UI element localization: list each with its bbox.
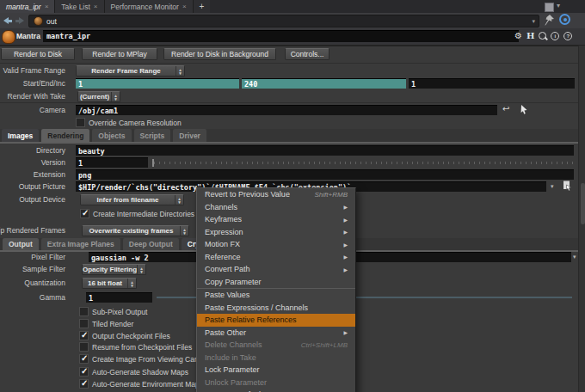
back-arrow-icon[interactable] xyxy=(3,17,12,24)
extension-field[interactable]: png xyxy=(76,169,574,180)
dropdown-spinner-icon: ▴▾ xyxy=(111,92,120,101)
create-image-from-viewing-camera-checkbox[interactable]: ✓ xyxy=(79,354,89,364)
frame-start-field[interactable]: 1 xyxy=(76,78,239,89)
sample-filter-dropdown[interactable]: Opacity Filtering ▴▾ xyxy=(82,264,146,275)
radial-menu-icon[interactable] xyxy=(559,14,570,25)
jump-to-operator-icon[interactable]: ↩ xyxy=(502,104,509,114)
menu-item-paste-values[interactable]: Paste Values xyxy=(197,289,355,302)
gamma-label: Gamma xyxy=(40,292,65,303)
shortcut-label: Ctrl+Shift+LMB xyxy=(301,341,348,349)
subtab-deep-output[interactable]: Deep Output xyxy=(123,238,179,250)
controls-button[interactable]: Controls... xyxy=(285,48,329,60)
camera-field[interactable]: /obj/cam1 xyxy=(76,105,497,115)
help-icon[interactable]: ? xyxy=(563,32,572,40)
render-to-disk-background-button[interactable]: Render to Disk in Background xyxy=(163,48,276,60)
submenu-arrow-icon: ▶ xyxy=(343,217,348,223)
subtab-output[interactable]: Output xyxy=(3,238,39,250)
dropdown-spinner-icon: ▴▾ xyxy=(137,265,145,274)
camera-label: Camera xyxy=(40,105,65,115)
parameter-context-menu: Revert to Previous Value Shift+RMB Chann… xyxy=(196,187,356,392)
tab-objects[interactable]: Objects xyxy=(92,129,131,142)
subtab-extra-image-planes[interactable]: Extra Image Planes xyxy=(41,238,120,250)
separator xyxy=(0,63,578,64)
menu-item-paste-relative-references[interactable]: Paste Relative References xyxy=(197,314,355,327)
tab-driver[interactable]: Driver xyxy=(173,129,206,142)
vertical-scrollbar[interactable] xyxy=(578,46,585,392)
output-picture-menu-caret-icon[interactable]: ▾ xyxy=(551,181,554,192)
menu-item-motion-fx[interactable]: Motion FX ▶ xyxy=(197,238,355,251)
frame-end-field[interactable]: 240 xyxy=(242,78,406,89)
path-dropdown-caret-icon[interactable]: ▾ xyxy=(532,18,535,25)
scrollbar-thumb[interactable] xyxy=(581,183,585,224)
create-intermediate-directories-checkbox[interactable]: ✓ xyxy=(80,209,89,218)
houdini-help-icon[interactable]: H xyxy=(526,31,534,40)
close-icon[interactable]: × xyxy=(182,3,187,10)
sub-pixel-output-checkbox[interactable]: ✓ xyxy=(79,307,89,316)
header-icon-row: ⚙ H i ? xyxy=(514,31,572,40)
submenu-arrow-icon: ▶ xyxy=(343,254,348,260)
quantization-dropdown[interactable]: 16 bit float ▴▾ xyxy=(82,278,137,289)
tab-images[interactable]: Images xyxy=(2,129,39,142)
tab-rendering[interactable]: Rendering xyxy=(41,129,89,142)
node-name-field[interactable]: mantra_ipr xyxy=(43,30,519,42)
close-icon[interactable]: × xyxy=(94,3,98,10)
render-to-mplay-button[interactable]: Render to MPlay xyxy=(82,48,157,60)
new-pane-tab-button[interactable]: + xyxy=(194,0,211,13)
menu-item-convert-path[interactable]: Convert Path ▶ xyxy=(197,263,355,276)
submenu-arrow-icon: ▶ xyxy=(343,204,348,210)
output-device-label: Output Device xyxy=(19,194,65,205)
auto-generate-shadow-maps-checkbox[interactable]: ✓ xyxy=(79,367,89,377)
output-checkpoint-files-checkbox[interactable]: ✓ xyxy=(79,331,89,340)
directory-field[interactable]: beauty xyxy=(76,145,574,156)
version-slider-handle[interactable] xyxy=(152,159,154,167)
gamma-field[interactable]: 1 xyxy=(86,292,152,303)
valid-frame-range-dropdown[interactable]: Render Frame Range ▴▾ xyxy=(76,65,185,77)
menu-item-revert-to-previous-value[interactable]: Revert to Previous Value Shift+RMB xyxy=(197,188,355,201)
pin-icon[interactable] xyxy=(544,15,554,26)
version-field[interactable]: 1 xyxy=(76,157,148,168)
tiled-render-label: Tiled Render xyxy=(92,320,133,328)
auto-generate-environment-maps-checkbox[interactable]: ✓ xyxy=(79,379,89,389)
pane-tab-mantra-ipr[interactable]: mantra_ipr × xyxy=(0,0,55,13)
render-with-take-dropdown[interactable]: (Current) ▴▾ xyxy=(77,91,120,102)
mantra-node-icon xyxy=(2,30,15,44)
tab-scripts[interactable]: Scripts xyxy=(134,129,171,142)
network-path: out xyxy=(46,17,57,26)
version-slider[interactable] xyxy=(154,162,574,164)
info-icon[interactable]: i xyxy=(551,32,559,40)
dropdown-spinner-icon: ▴▾ xyxy=(175,195,183,205)
close-icon[interactable]: × xyxy=(45,3,49,10)
menu-item-expression[interactable]: Expression ▶ xyxy=(197,226,355,239)
menu-item-channels[interactable]: Channels ▶ xyxy=(197,201,355,214)
valid-frame-range-label: Valid Frame Range xyxy=(3,65,65,77)
search-icon[interactable] xyxy=(539,32,546,40)
menu-item-unlock-parameter[interactable]: Unlock Parameter xyxy=(197,377,355,389)
menu-item-delete-channels[interactable]: Delete Channels Ctrl+Shift+LMB xyxy=(197,339,355,352)
menu-item-revert-to-defaults[interactable]: Revert to Defaults Ctrl+MMB xyxy=(197,389,355,392)
menu-item-include-in-take[interactable]: Include in Take xyxy=(197,352,355,364)
network-path-field[interactable]: out ▾ xyxy=(28,15,539,28)
gear-icon[interactable]: ⚙ xyxy=(514,32,522,40)
menu-item-paste-other[interactable]: Paste Other ▶ xyxy=(197,327,355,340)
select-operator-icon[interactable] xyxy=(518,104,529,115)
pane-menu-caret-icon[interactable]: ▾ xyxy=(557,2,560,9)
pixel-filter-menu-caret-icon[interactable]: ▾ xyxy=(573,252,576,262)
menu-item-paste-expressions-channels[interactable]: Paste Expressions / Channels xyxy=(197,302,355,315)
menu-item-copy-parameter[interactable]: Copy Parameter xyxy=(197,276,355,289)
menu-item-lock-parameter[interactable]: Lock Parameter xyxy=(197,364,355,377)
render-to-disk-button[interactable]: Render to Disk xyxy=(1,48,75,60)
pane-tab-take-list[interactable]: Take List × xyxy=(55,0,104,13)
maximize-pane-icon[interactable] xyxy=(545,3,554,12)
forward-arrow-icon[interactable] xyxy=(15,17,24,24)
tiled-render-checkbox[interactable]: ✓ xyxy=(79,319,89,328)
menu-item-keyframes[interactable]: Keyframes ▶ xyxy=(197,213,355,226)
skip-rendered-frames-dropdown[interactable]: Overwrite existing frames ▴▾ xyxy=(82,225,189,236)
menu-item-reference[interactable]: Reference ▶ xyxy=(197,251,355,264)
pane-tab-performance-monitor[interactable]: Performance Monitor × xyxy=(105,0,194,13)
override-camera-resolution-checkbox[interactable]: ✓ xyxy=(76,118,85,127)
render-with-take-label: Render With Take xyxy=(8,91,65,102)
file-chooser-icon[interactable] xyxy=(562,181,573,192)
frame-inc-field[interactable]: 1 xyxy=(409,78,575,89)
output-device-dropdown[interactable]: Infer from filename ▴▾ xyxy=(80,194,184,205)
resume-from-checkpoint-files-checkbox[interactable]: ✓ xyxy=(79,342,89,352)
